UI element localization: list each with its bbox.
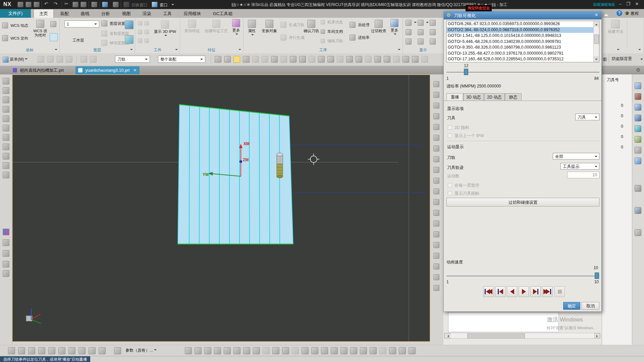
system-materials-icon[interactable] xyxy=(3,172,9,178)
sketch-tool-icon[interactable] xyxy=(350,347,357,354)
layer-stack-icon[interactable] xyxy=(125,20,133,29)
save-wcs-icon[interactable] xyxy=(50,21,56,27)
snap-icon[interactable] xyxy=(224,56,231,63)
restore-button[interactable]: ❐ xyxy=(625,1,632,6)
goto-row[interactable]: GOTO/-13.255,-68.427,0.000,0.1976178,0.0… xyxy=(447,51,599,57)
snap-icon[interactable] xyxy=(215,56,221,63)
edge-icon[interactable] xyxy=(635,136,641,143)
process-studio-icon[interactable] xyxy=(3,143,9,150)
group-dropdown-arrow[interactable] xyxy=(398,49,400,52)
layer-settings-button[interactable]: 图层设置 xyxy=(101,20,125,26)
display-option-icon[interactable] xyxy=(406,39,412,45)
bottom-tool-icon[interactable] xyxy=(48,347,55,354)
workpiece-icon[interactable] xyxy=(145,39,149,43)
file-tab-active[interactable]: yuanlichaoxiang3.10.prt ✕ xyxy=(75,66,140,74)
show-3d-ipw-button[interactable]: 显示 3D IPW xyxy=(151,20,179,38)
snap-icon[interactable] xyxy=(365,56,372,63)
operations-more-button[interactable]: 更多 xyxy=(388,19,401,37)
scope-select[interactable]: 整个装配 xyxy=(158,56,205,63)
assembly-navigator-icon[interactable] xyxy=(3,78,9,84)
verify-path-button[interactable]: 确认刀轨 xyxy=(303,20,319,33)
strip-icon[interactable] xyxy=(433,92,439,98)
tab-tools[interactable]: 工具 xyxy=(158,9,177,18)
display-option-arrow[interactable] xyxy=(414,22,417,24)
group-dropdown-arrow[interactable] xyxy=(238,49,241,52)
part-navigator-icon[interactable] xyxy=(3,97,9,103)
wcs-absolute-button[interactable]: WCS 设为绝对 xyxy=(32,20,49,38)
tab-3d-dynamic[interactable]: 3D 动态 xyxy=(463,93,484,101)
tab-2d-dynamic[interactable]: 2D 动态 xyxy=(484,93,505,101)
sketch-tool-icon[interactable] xyxy=(253,347,260,354)
type-filter-select[interactable]: 刀轨 xyxy=(115,56,150,63)
cut-icon[interactable]: ✂ xyxy=(64,1,68,6)
sketch-tool-icon[interactable] xyxy=(282,347,289,354)
edge-icon[interactable] xyxy=(635,93,641,100)
web-browser-icon[interactable] xyxy=(3,125,9,131)
strip-icon[interactable] xyxy=(433,188,439,194)
bottom-tool-icon[interactable] xyxy=(8,347,15,354)
antipiracy-background-button[interactable]: 防盗版背景 xyxy=(612,56,632,62)
goto-row[interactable]: GOTO/-5.446,-68.226,0.000,0.1340239,0.00… xyxy=(447,39,599,45)
snap-icon[interactable] xyxy=(337,56,343,63)
sketch-tool-icon[interactable] xyxy=(243,347,250,354)
play-to-end-button[interactable] xyxy=(542,286,552,297)
touch-app-icon[interactable] xyxy=(3,229,9,235)
shaded-view-icon[interactable] xyxy=(318,56,325,63)
snap-icon[interactable] xyxy=(271,56,278,63)
group-dropdown-arrow[interactable] xyxy=(55,49,57,52)
undo-icon[interactable]: ↶ xyxy=(44,1,48,6)
sketch-tool-icon[interactable] xyxy=(292,347,299,354)
animation-slider-thumb[interactable] xyxy=(595,273,599,279)
sketch-tool-icon[interactable] xyxy=(311,347,318,354)
close-button[interactable]: ✕ xyxy=(633,1,641,6)
strip-icon[interactable] xyxy=(433,274,439,280)
strip-icon[interactable] xyxy=(433,253,439,259)
snap-icon[interactable] xyxy=(280,56,287,63)
edge-icon[interactable] xyxy=(635,125,641,132)
display-option-icon[interactable] xyxy=(430,39,436,45)
sketch-tool-icon[interactable] xyxy=(195,347,202,354)
step-forward-button[interactable] xyxy=(530,286,541,297)
strip-icon[interactable] xyxy=(433,231,439,237)
goto-row-selected[interactable]: GOTO/2.364,-68.024,0.000,0.0687318,0.000… xyxy=(447,27,599,33)
tool-display-select[interactable]: 刀具 xyxy=(575,114,599,120)
sketch-tool-icon[interactable] xyxy=(302,347,309,354)
strip-icon[interactable] xyxy=(433,285,439,291)
shop-doc-button[interactable]: 车间文档 xyxy=(321,29,343,34)
snap-icon[interactable] xyxy=(384,56,390,63)
window-icon[interactable] xyxy=(152,2,158,7)
minimize-button[interactable]: – xyxy=(616,1,624,6)
hd3d-tools-icon[interactable] xyxy=(3,115,9,122)
window-menu[interactable]: 窗口 xyxy=(160,2,168,8)
edge-icon[interactable] xyxy=(635,147,641,154)
bottom-tool-icon[interactable] xyxy=(38,347,45,354)
scrollbar-thumb[interactable] xyxy=(467,334,525,339)
copy-icon[interactable] xyxy=(72,2,78,7)
scroll-down-button[interactable] xyxy=(594,57,599,62)
sketch-tool-icon[interactable] xyxy=(331,347,338,354)
constraint-navigator-icon[interactable] xyxy=(3,87,9,94)
tutorial-button[interactable]: 🎓 教程 xyxy=(625,11,639,16)
bottom-tool-icon[interactable] xyxy=(89,347,96,354)
workpiece-icon[interactable] xyxy=(138,30,142,34)
sketch-tool-icon[interactable] xyxy=(272,347,279,354)
touch-mode-icon[interactable] xyxy=(113,2,119,7)
cancel-button[interactable]: 取消 xyxy=(582,302,599,310)
strip-icon[interactable] xyxy=(433,156,439,162)
edge-icon[interactable] xyxy=(635,104,641,111)
snap-icon[interactable] xyxy=(243,56,250,63)
bottom-tool-icon[interactable] xyxy=(68,347,75,354)
properties-button[interactable]: 属性 xyxy=(245,20,259,38)
snap-icon[interactable] xyxy=(421,56,428,63)
tab-gc-toolbox[interactable]: GC工具箱 xyxy=(208,9,238,18)
tab-curve[interactable]: 曲线 xyxy=(75,9,95,18)
goto-row[interactable]: GOTO/-17.160,-68.528,0.000,0.2285541,0.0… xyxy=(447,56,599,62)
graphics-viewport[interactable]: XM ZM YM xyxy=(12,75,430,342)
workpiece-icon[interactable] xyxy=(138,21,142,25)
sketch-tool-icon[interactable] xyxy=(340,347,347,354)
strip-icon[interactable] xyxy=(433,199,439,205)
strip-icon[interactable] xyxy=(433,178,439,184)
redo-icon[interactable]: ↷ xyxy=(54,1,58,6)
goto-row[interactable]: GOTO/-9.350,-68.326,0.000,0.1660798,0.00… xyxy=(447,45,599,51)
strip-icon[interactable] xyxy=(433,124,439,130)
